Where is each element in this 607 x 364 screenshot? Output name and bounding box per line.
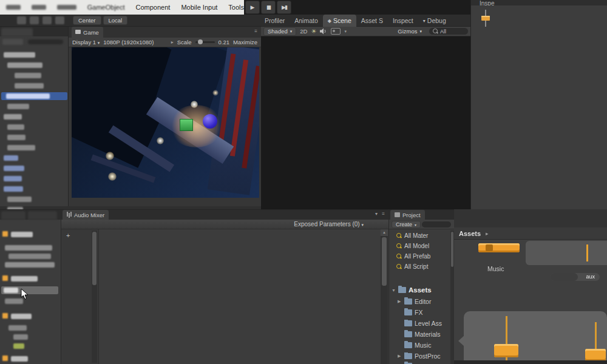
hand-tool-icon[interactable] <box>17 16 26 24</box>
exposed-parameters-dropdown[interactable]: Exposed Parameters (0) ▾ <box>294 221 364 228</box>
scene-audio-icon[interactable] <box>320 28 327 35</box>
mixer-scrollbar[interactable]: ▲ <box>381 229 388 364</box>
play-button[interactable]: ▶ <box>245 1 260 14</box>
scene-lighting-icon[interactable]: ☀ <box>311 28 316 35</box>
hierarchy-row[interactable] <box>7 124 24 130</box>
favorite-all-prefabs[interactable]: All Prefab <box>396 253 430 260</box>
hierarchy-row[interactable] <box>7 197 32 202</box>
2d-toggle[interactable]: 2D <box>300 28 307 35</box>
assets-breadcrumb[interactable]: Assets <box>459 230 481 237</box>
hierarchy-row[interactable] <box>7 145 35 150</box>
scroll-up-icon[interactable]: ▲ <box>381 229 388 236</box>
panel-caret-icon[interactable]: ▾ <box>375 211 378 217</box>
snapshots-section-label[interactable] <box>11 276 38 281</box>
asset-music-icon[interactable] <box>478 243 520 252</box>
create-button[interactable]: Create▾ <box>392 221 421 228</box>
hierarchy-row-selected[interactable] <box>1 92 67 100</box>
hierarchy-row[interactable] <box>4 52 35 58</box>
scale-tool-icon[interactable] <box>55 16 64 24</box>
pivot-center-button[interactable]: Center <box>73 16 101 25</box>
tree-folder-postprocessing[interactable]: ▶ PostProc <box>398 352 452 360</box>
sidebar-tab[interactable] <box>28 211 57 220</box>
shading-mode-dropdown[interactable]: Shaded▾ <box>263 27 296 36</box>
tab-asset-store[interactable]: Asset S <box>356 15 388 27</box>
tab-inspector[interactable]: Inspect <box>388 15 418 27</box>
tab-animator[interactable]: Animato <box>290 15 323 27</box>
tree-open-icon[interactable]: ▼ <box>392 288 396 292</box>
gizmos-dropdown[interactable]: Gizmos▾ <box>394 27 426 36</box>
hierarchy-row-prefab[interactable] <box>4 155 18 161</box>
add-mixer-icon[interactable]: + <box>66 232 70 239</box>
favorite-all-scripts[interactable]: All Script <box>396 263 428 270</box>
favorite-all-models[interactable]: All Model <box>396 243 429 249</box>
tree-folder-level-assets[interactable]: Level Ass <box>404 320 453 327</box>
menu-mobile-input[interactable]: Mobile Input <box>181 4 217 11</box>
inspector-tab-partial[interactable]: Inspe <box>480 0 494 5</box>
menu-item-blurred[interactable] <box>57 5 76 10</box>
audio-mixer-tab[interactable]: Audio Mixer <box>63 210 109 220</box>
scale-slider[interactable] <box>195 41 215 43</box>
menu-item-blurred[interactable] <box>6 5 21 10</box>
sidebar-row[interactable] <box>13 343 24 349</box>
tab-scene[interactable]: ◆Scene <box>323 15 356 27</box>
handle-local-button[interactable]: Local <box>103 16 128 25</box>
display-dropdown[interactable]: Display 1 ▾ <box>72 39 100 46</box>
favorite-all-materials[interactable]: All Mater <box>396 232 428 239</box>
effects-caret-icon[interactable]: ▾ <box>344 29 347 34</box>
menu-component[interactable]: Component <box>136 4 171 11</box>
mixers-section-label[interactable] <box>11 232 33 237</box>
hierarchy-search-blurred[interactable] <box>28 39 63 44</box>
asset-music-label[interactable]: Music <box>487 265 504 272</box>
sidebar-row-highlighted[interactable] <box>1 286 58 294</box>
tab-debug[interactable]: ▾Debug <box>418 15 451 27</box>
panel-menu-icon[interactable]: ≡ <box>382 211 385 217</box>
sidebar-scrollbar[interactable] <box>92 231 97 363</box>
hierarchy-row-prefab[interactable] <box>4 176 22 181</box>
search-icon <box>396 233 402 238</box>
maximize-button[interactable]: Maximize <box>233 39 257 46</box>
hierarchy-row[interactable] <box>7 62 42 68</box>
hierarchy-row[interactable] <box>7 104 29 109</box>
tree-closed-icon[interactable]: ▶ <box>398 299 402 304</box>
groups-section-label[interactable] <box>11 314 32 319</box>
pause-button[interactable]: ▮▮ <box>261 1 276 14</box>
asset-thumbnail[interactable] <box>526 241 607 265</box>
tree-closed-icon[interactable]: ▶ <box>398 354 402 359</box>
scene-effects-icon[interactable] <box>331 28 341 35</box>
game-viewport[interactable] <box>72 47 259 198</box>
views-section-label[interactable] <box>11 356 28 362</box>
project-tab[interactable]: Project <box>390 210 425 220</box>
create-button-blurred[interactable] <box>2 39 23 45</box>
menu-item-blurred[interactable] <box>32 5 46 10</box>
hierarchy-row-prefab[interactable] <box>4 186 23 192</box>
hierarchy-tab[interactable] <box>1 28 33 36</box>
resolution-dropdown[interactable]: 1080P (1920x1080) <box>103 39 154 46</box>
hierarchy-row[interactable] <box>7 135 25 140</box>
tree-folder-music[interactable]: Music <box>404 342 431 349</box>
hierarchy-row[interactable] <box>15 73 41 78</box>
step-button[interactable]: ▶▮ <box>277 1 291 14</box>
menu-gameobject[interactable]: GameObject <box>87 4 125 11</box>
sidebar-row[interactable] <box>13 334 28 340</box>
asset-name-pill[interactable]: aux <box>550 273 600 281</box>
menu-tools[interactable]: Tools <box>228 4 244 11</box>
project-search-input[interactable] <box>422 221 451 228</box>
rotate-tool-icon[interactable] <box>42 16 52 24</box>
tab-profiler[interactable]: Profiler <box>260 15 290 27</box>
sidebar-tab[interactable] <box>1 211 25 220</box>
game-panel-menu-icon[interactable]: ≡ <box>254 29 257 34</box>
sidebar-row[interactable] <box>5 262 55 268</box>
hierarchy-row[interactable] <box>4 114 22 120</box>
sidebar-row[interactable] <box>5 245 52 251</box>
scene-search-input[interactable]: All <box>429 28 468 35</box>
sidebar-row[interactable] <box>8 325 27 331</box>
hierarchy-row[interactable] <box>15 83 44 89</box>
tree-folder-editor[interactable]: ▶ Editor <box>398 298 431 305</box>
hierarchy-row-prefab[interactable] <box>4 166 24 171</box>
tree-folder-materials[interactable]: Materials <box>404 331 441 338</box>
move-tool-icon[interactable] <box>30 16 39 24</box>
tree-folder-fx[interactable]: FX <box>404 309 422 316</box>
sidebar-row[interactable] <box>8 254 51 259</box>
game-tab[interactable]: Game <box>72 27 103 38</box>
tree-assets-root[interactable]: ▼ Assets <box>392 286 432 294</box>
